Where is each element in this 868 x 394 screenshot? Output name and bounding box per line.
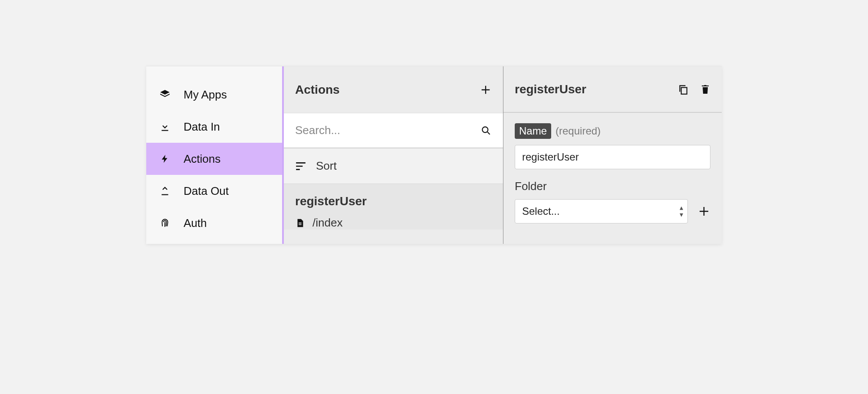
action-list-item-label: /index bbox=[312, 216, 342, 230]
detail-header: registerUser bbox=[503, 66, 722, 113]
folder-select[interactable]: Select... ▴▾ bbox=[515, 199, 688, 223]
sort-label: Sort bbox=[316, 159, 337, 173]
name-label: Name bbox=[515, 123, 551, 139]
search-input[interactable] bbox=[295, 124, 480, 137]
sidebar-item-data-in[interactable]: Data In bbox=[146, 111, 282, 143]
sidebar: My Apps Data In Actions Data Out bbox=[146, 66, 284, 244]
action-list-item[interactable]: /index bbox=[284, 212, 503, 230]
search-row bbox=[284, 113, 503, 148]
upload-icon bbox=[158, 184, 171, 197]
actions-panel: Actions Sort registerUser /index bbox=[284, 66, 503, 244]
sort-button[interactable]: Sort bbox=[284, 148, 503, 184]
svg-point-0 bbox=[482, 127, 488, 132]
search-icon[interactable] bbox=[480, 125, 492, 136]
detail-panel: registerUser Name (required) Folder Sel bbox=[503, 66, 722, 244]
name-field-block: Name (required) bbox=[503, 113, 722, 169]
chevron-updown-icon: ▴▾ bbox=[680, 204, 682, 218]
actions-panel-header: Actions bbox=[284, 66, 503, 113]
sidebar-item-actions[interactable]: Actions bbox=[146, 143, 282, 175]
name-hint: (required) bbox=[556, 125, 601, 137]
folder-select-value: Select... bbox=[522, 205, 560, 217]
sidebar-item-label: My Apps bbox=[184, 88, 227, 102]
folder-field-block: Folder Select... ▴▾ bbox=[503, 169, 722, 223]
folder-label: Folder bbox=[515, 180, 710, 193]
sidebar-item-label: Actions bbox=[184, 152, 220, 166]
add-action-button[interactable] bbox=[480, 84, 492, 96]
sort-icon bbox=[295, 162, 306, 171]
sidebar-item-label: Data In bbox=[184, 120, 220, 134]
actions-panel-title: Actions bbox=[295, 83, 340, 97]
bolt-icon bbox=[158, 152, 171, 165]
download-icon bbox=[158, 120, 171, 133]
folder-select-row: Select... ▴▾ bbox=[515, 199, 710, 223]
layers-icon bbox=[158, 88, 171, 101]
app-window: My Apps Data In Actions Data Out bbox=[146, 66, 722, 244]
sidebar-item-label: Auth bbox=[184, 217, 207, 230]
file-icon bbox=[295, 217, 305, 229]
sidebar-item-data-out[interactable]: Data Out bbox=[146, 175, 282, 207]
detail-title: registerUser bbox=[515, 82, 586, 96]
action-group-title: registerUser bbox=[284, 184, 503, 212]
sidebar-item-auth[interactable]: Auth bbox=[146, 207, 282, 239]
name-label-row: Name (required) bbox=[515, 123, 710, 139]
name-input[interactable] bbox=[515, 145, 710, 169]
sidebar-item-label: Data Out bbox=[184, 184, 229, 198]
delete-icon[interactable] bbox=[700, 84, 710, 95]
copy-icon[interactable] bbox=[677, 84, 689, 95]
svg-rect-1 bbox=[681, 87, 687, 94]
sidebar-item-my-apps[interactable]: My Apps bbox=[146, 79, 282, 111]
fingerprint-icon bbox=[158, 217, 171, 230]
detail-header-actions bbox=[677, 84, 710, 95]
add-folder-button[interactable] bbox=[697, 205, 710, 218]
